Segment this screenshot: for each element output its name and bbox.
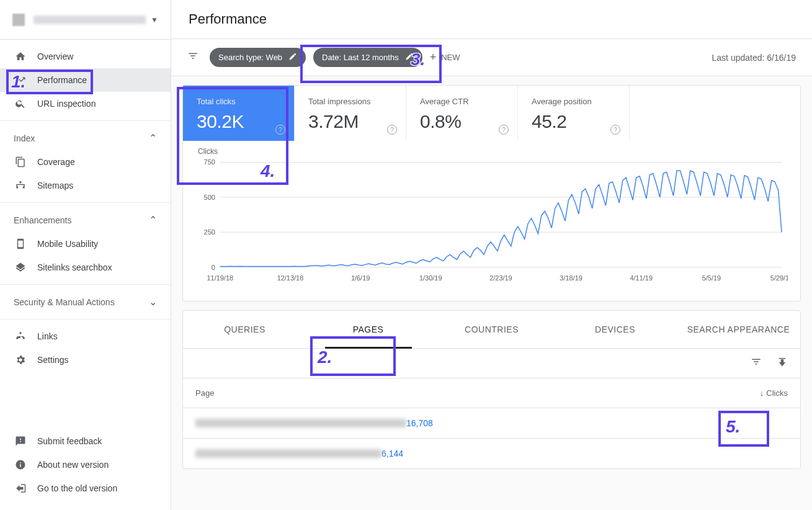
copy-icon xyxy=(14,156,27,168)
chip-date[interactable]: Date: Last 12 months xyxy=(313,48,422,67)
tab-countries[interactable]: COUNTRIES xyxy=(430,311,553,348)
performance-card: Total clicks 30.2K ? Total impressions 3… xyxy=(182,85,801,302)
metric-average-position[interactable]: Average position 45.2 ? xyxy=(518,86,630,141)
sidebar-item-sitemaps[interactable]: Sitemaps xyxy=(0,174,171,197)
tab-search-appearance[interactable]: SEARCH APPEARANCE xyxy=(677,311,800,348)
tab-pages[interactable]: PAGES xyxy=(306,311,430,348)
data-table-card: QUERIES PAGES COUNTRIES DEVICES SEARCH A… xyxy=(182,310,801,469)
svg-text:5/29/19: 5/29/19 xyxy=(770,274,788,282)
svg-text:12/13/18: 12/13/18 xyxy=(277,274,304,282)
sidebar-header-index[interactable]: Index ⌃ xyxy=(0,126,171,150)
svg-text:5/5/19: 5/5/19 xyxy=(702,274,721,282)
sidebar-item-performance[interactable]: Performance xyxy=(0,68,171,92)
help-icon[interactable]: ? xyxy=(610,125,620,135)
add-new-button[interactable]: + NEW xyxy=(430,51,460,64)
sidebar-item-label: Settings xyxy=(37,355,69,365)
help-icon[interactable]: ? xyxy=(499,125,509,135)
svg-text:1/30/19: 1/30/19 xyxy=(419,274,442,282)
sidebar-item-label: Mobile Usability xyxy=(37,239,98,249)
filter-icon[interactable] xyxy=(187,50,199,65)
table-header: Page ↓ Clicks xyxy=(183,378,800,408)
property-label-blurred xyxy=(33,16,146,24)
sidebar-header-security[interactable]: Security & Manual Actions ⌄ xyxy=(0,290,171,314)
exit-icon xyxy=(14,483,27,494)
metric-average-ctr[interactable]: Average CTR 0.8% ? xyxy=(406,86,518,141)
search-icon xyxy=(14,98,27,109)
sidebar-item-label: Overview xyxy=(37,51,73,61)
tab-queries[interactable]: QUERIES xyxy=(183,311,306,348)
sidebar-header-enhancements[interactable]: Enhancements ⌃ xyxy=(0,208,171,232)
sidebar-item-label: Coverage xyxy=(37,157,75,167)
page-title: Performance xyxy=(171,0,812,39)
chevron-down-icon: ▼ xyxy=(151,16,158,24)
chevron-down-icon: ⌄ xyxy=(149,296,157,308)
chip-search-type[interactable]: Search type: Web xyxy=(210,48,306,67)
sidebar-item-settings[interactable]: Settings xyxy=(0,348,171,372)
sidebar-item-label: Sitemaps xyxy=(37,181,73,190)
sidebar-item-label: Submit feedback xyxy=(37,436,102,446)
svg-text:250: 250 xyxy=(204,228,215,236)
sidebar-item-coverage[interactable]: Coverage xyxy=(0,150,171,174)
layers-icon xyxy=(14,262,27,273)
gear-icon xyxy=(14,354,27,365)
sidebar-item-links[interactable]: Links xyxy=(0,324,171,348)
feedback-icon xyxy=(14,436,27,447)
sidebar-item-overview[interactable]: Overview xyxy=(0,45,171,68)
sidebar-item-url-inspection[interactable]: URL inspection xyxy=(0,92,171,115)
filter-bar: Search type: Web Date: Last 12 months + … xyxy=(171,39,812,76)
svg-text:11/19/18: 11/19/18 xyxy=(207,274,234,282)
chevron-up-icon: ⌃ xyxy=(149,132,157,144)
sidebar-item-sitelinks-searchbox[interactable]: Sitelinks searchbox xyxy=(0,256,171,279)
svg-text:0: 0 xyxy=(212,264,215,271)
sort-down-icon: ↓ xyxy=(760,388,764,398)
table-row[interactable]: 6,144 xyxy=(183,438,800,468)
clicks-chart: 025050075011/19/1812/13/181/6/191/30/192… xyxy=(195,156,788,286)
svg-text:1/6/19: 1/6/19 xyxy=(351,274,370,282)
table-row[interactable]: 16,708 xyxy=(183,408,800,438)
sidebar-item-mobile-usability[interactable]: Mobile Usability xyxy=(0,232,171,256)
page-url-blurred xyxy=(195,449,381,458)
tabs-row: QUERIES PAGES COUNTRIES DEVICES SEARCH A… xyxy=(183,311,800,349)
sidebar-item-label: Go to the old version xyxy=(37,483,117,493)
metrics-row: Total clicks 30.2K ? Total impressions 3… xyxy=(183,86,800,141)
svg-text:750: 750 xyxy=(204,158,215,166)
property-selector[interactable]: ▼ xyxy=(0,0,171,40)
links-icon xyxy=(14,331,27,342)
pencil-icon xyxy=(288,52,297,63)
phone-icon xyxy=(14,238,27,249)
tab-devices[interactable]: DEVICES xyxy=(553,311,677,348)
svg-text:2/23/19: 2/23/19 xyxy=(489,274,512,282)
sitemap-icon xyxy=(14,180,27,191)
chevron-up-icon: ⌃ xyxy=(149,214,157,226)
plus-icon: + xyxy=(430,51,437,64)
download-icon[interactable] xyxy=(777,356,788,370)
sidebar-item-label: Sitelinks searchbox xyxy=(37,262,112,272)
help-icon[interactable]: ? xyxy=(275,125,285,135)
table-filter-icon[interactable] xyxy=(751,356,762,370)
chart-label: Clicks xyxy=(195,147,788,156)
sidebar-item-feedback[interactable]: Submit feedback xyxy=(0,429,171,453)
pencil-icon xyxy=(405,52,414,63)
sidebar-item-label: URL inspection xyxy=(37,99,96,109)
sidebar-item-label: Performance xyxy=(37,75,87,85)
property-icon xyxy=(12,14,25,26)
sidebar: ▼ Overview Performance URL inspection In… xyxy=(0,0,171,510)
sidebar-item-about[interactable]: About new version xyxy=(0,453,171,476)
sidebar-item-label: Links xyxy=(37,331,58,341)
sidebar-item-label: About new version xyxy=(37,460,109,470)
svg-text:4/11/19: 4/11/19 xyxy=(630,274,653,282)
metric-total-clicks[interactable]: Total clicks 30.2K ? xyxy=(183,86,295,141)
svg-text:500: 500 xyxy=(204,194,215,201)
table-header-clicks[interactable]: ↓ Clicks xyxy=(760,388,788,398)
home-icon xyxy=(14,51,27,62)
table-header-page: Page xyxy=(195,388,760,398)
last-updated-text: Last updated: 6/16/19 xyxy=(712,53,796,63)
sidebar-item-old-version[interactable]: Go to the old version xyxy=(0,476,171,500)
svg-text:3/18/19: 3/18/19 xyxy=(560,274,582,282)
metric-total-impressions[interactable]: Total impressions 3.72M ? xyxy=(295,86,406,141)
trending-icon xyxy=(14,74,27,86)
help-icon[interactable]: ? xyxy=(387,125,397,135)
main-content: Performance Search type: Web Date: Last … xyxy=(171,0,812,510)
info-icon xyxy=(14,459,27,470)
page-url-blurred xyxy=(195,419,406,427)
